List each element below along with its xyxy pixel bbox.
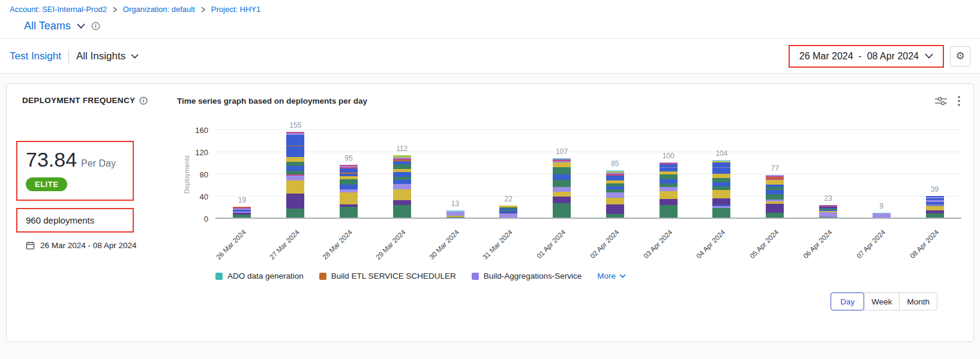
stacked-bar[interactable] [553,158,571,218]
granularity-row: Day Week Month [177,292,964,310]
bar-slot: 11229 Mar 2024 [375,130,428,219]
bar-slot: 10404 Apr 2024 [695,130,748,219]
widget-title: DEPLOYMENT FREQUENCY [22,96,135,105]
chevron-down-icon[interactable] [77,23,85,29]
date-range-label: 26 Mar 2024 - 08 Apr 2024 [799,51,919,62]
stacked-bar[interactable] [340,165,358,218]
chevron-down-icon [619,274,626,278]
bar-slot: 7705 Apr 2024 [748,130,802,219]
page: Account: SEI-Internal-Prod2 Organization… [0,0,980,359]
widget-date-range-row: 26 Mar 2024 - 08 Apr 2024 [26,241,177,250]
y-tick-label: 80 [200,170,208,179]
chart-plot: 040801201601926 Mar 202415527 Mar 202495… [215,130,961,219]
header: Account: SEI-Internal-Prod2 Organization… [0,0,980,38]
chart-title: Time series graph based on deployments p… [177,96,367,105]
bar-value-label: 39 [931,185,939,194]
stacked-bar[interactable] [712,160,730,218]
legend-item[interactable]: ADO data generation [215,271,304,280]
bar-value-label: 95 [344,154,352,162]
stacked-bar[interactable] [393,155,411,218]
deployments-chart: Deployments 040801201601926 Mar 20241552… [215,130,961,271]
metric-unit: Per Day [81,158,116,169]
legend-swatch [472,273,479,280]
metric-value: 73.84 [26,148,77,171]
info-icon[interactable] [139,96,148,105]
stacked-bar[interactable] [766,175,784,218]
stacked-bar[interactable] [446,210,464,218]
team-selector-row: All Teams [24,20,970,32]
legend-label: Build ETL SERVICE SCHEDULER [331,271,456,280]
legend-swatch [215,273,223,280]
legend-item[interactable]: Build-Aggregations-Service [472,271,582,280]
team-selector[interactable]: All Teams [24,20,71,32]
stacked-bar[interactable] [660,162,678,218]
widget-date-range: 26 Mar 2024 - 08 Apr 2024 [40,241,137,250]
bar-value-label: 77 [771,164,779,173]
legend-more-link[interactable]: More [597,271,626,280]
stacked-bar[interactable] [499,206,517,218]
y-axis-label: Deployments [183,155,190,194]
granularity-day-button[interactable]: Day [831,292,864,310]
settings-button[interactable]: ⚙ [950,46,970,67]
divider [68,50,69,63]
bar-value-label: 100 [663,152,675,160]
filter-sliders-icon[interactable] [935,96,947,106]
bar-value-label: 22 [505,195,513,203]
bar-value-label: 23 [824,194,832,203]
insight-name-link[interactable]: Test Insight [10,50,61,62]
chart-legend: ADO data generation Build ETL SERVICE SC… [215,271,964,280]
stacked-bar[interactable] [606,170,624,218]
legend-more-label: More [597,271,616,280]
chevron-down-icon [131,54,139,59]
gear-icon: ⚙ [955,50,964,62]
info-icon[interactable] [91,22,100,31]
legend-label: ADO data generation [227,271,304,280]
breadcrumb-organization-link[interactable]: Organization: default [123,5,195,14]
chevron-right-icon [113,7,117,13]
calendar-icon [26,241,35,250]
chevron-right-icon [201,7,205,13]
performance-badge: ELITE [26,177,67,191]
bar-slot: 1926 Mar 2024 [215,130,269,219]
bar-value-label: 155 [289,121,301,129]
bar-value-label: 85 [611,159,619,168]
stacked-bar[interactable] [819,205,837,218]
total-deployments-highlight-box: 960 deployments [16,208,134,233]
legend-item[interactable]: Build ETL SERVICE SCHEDULER [319,271,456,280]
granularity-toggle: Day Week Month [831,292,937,310]
y-tick-label: 0 [204,215,208,224]
breadcrumb-account-link[interactable]: Account: SEI-Internal-Prod2 [10,5,107,14]
stacked-bar[interactable] [873,213,891,218]
widget-summary-panel: DEPLOYMENT FREQUENCY 73.84 Per Day ELITE… [16,92,177,333]
x-axis-labels-area [215,219,961,271]
bar-slot: 2306 Apr 2024 [802,130,855,219]
stacked-bar[interactable] [233,207,251,218]
bar-slot: 15527 Mar 2024 [269,130,322,219]
y-tick-label: 40 [200,192,208,201]
y-tick-label: 160 [195,126,208,135]
bar-slot: 10003 Apr 2024 [642,130,695,219]
bar-slot: 1330 Mar 2024 [428,130,482,219]
chevron-down-icon [925,53,933,59]
kebab-menu-icon[interactable] [958,96,960,106]
stacked-bar[interactable] [286,132,304,218]
insights-dropdown[interactable]: All Insights [76,50,139,62]
insights-dropdown-label: All Insights [76,50,125,62]
granularity-month-button[interactable]: Month [899,292,937,310]
bar-slot: 907 Apr 2024 [855,130,908,219]
breadcrumb: Account: SEI-Internal-Prod2 Organization… [10,5,970,14]
breadcrumb-project-link[interactable]: Project: HHY1 [211,5,260,14]
content-area: DEPLOYMENT FREQUENCY 73.84 Per Day ELITE… [0,74,980,359]
date-range-selector[interactable]: 26 Mar 2024 - 08 Apr 2024 [789,45,944,68]
bar-slot: 9528 Mar 2024 [322,130,376,219]
bar-slot: 2231 Mar 2024 [482,130,535,219]
stacked-bar[interactable] [926,196,944,218]
bar-value-label: 13 [451,200,459,208]
bar-slot: 10701 Apr 2024 [535,130,589,219]
bar-value-label: 112 [396,144,407,153]
bar-slot: 3908 Apr 2024 [908,130,961,219]
metric-highlight-box: 73.84 Per Day ELITE [16,141,134,201]
granularity-week-button[interactable]: Week [864,292,900,310]
deployment-frequency-widget: DEPLOYMENT FREQUENCY 73.84 Per Day ELITE… [6,83,974,342]
bar-value-label: 104 [715,149,727,158]
